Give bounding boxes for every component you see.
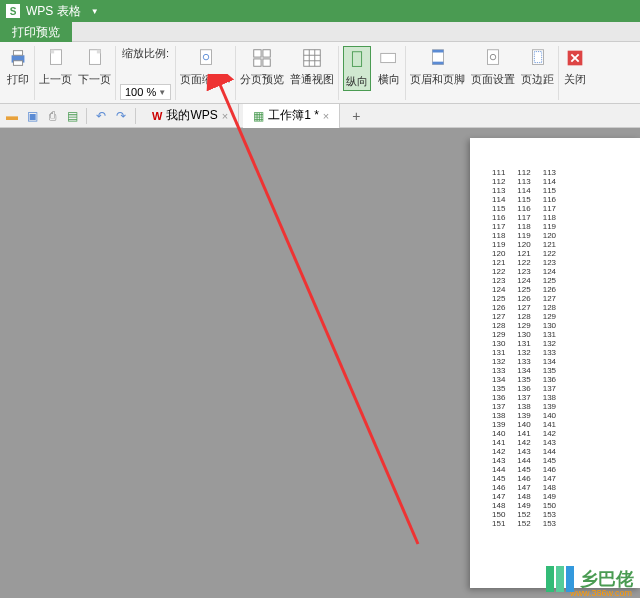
close-preview-button[interactable]: 关闭 bbox=[563, 46, 587, 87]
doctab-workbook[interactable]: ▦ 工作簿1 * × bbox=[243, 104, 340, 128]
svg-rect-17 bbox=[381, 53, 396, 62]
open-icon[interactable]: ▬ bbox=[4, 108, 20, 124]
page-zoom-icon bbox=[194, 46, 218, 70]
close-tab-icon[interactable]: × bbox=[222, 110, 228, 122]
portrait-button[interactable]: 纵向 bbox=[343, 46, 371, 91]
sheet-icon: ▦ bbox=[253, 109, 264, 123]
app-logo-icon: S bbox=[6, 4, 20, 18]
close-icon bbox=[563, 46, 587, 70]
zoom-label: 缩放比例: bbox=[122, 46, 169, 61]
page-zoom-button[interactable]: 页面缩放 ▾ bbox=[180, 46, 231, 87]
ribbon-tabbar: 打印预览 bbox=[0, 22, 640, 42]
prev-page-button[interactable]: 上一页 bbox=[39, 46, 72, 87]
svg-rect-10 bbox=[263, 59, 270, 66]
quick-access-bar: ▬ ▣ ⎙ ▤ ↶ ↷ W 我的WPS × ▦ 工作簿1 * × + bbox=[0, 104, 640, 128]
wps-logo-icon: W bbox=[152, 110, 162, 122]
margins-button[interactable]: 页边距 bbox=[521, 46, 554, 87]
redo-icon[interactable]: ↷ bbox=[113, 108, 129, 124]
page-setup-icon bbox=[481, 46, 505, 70]
separator bbox=[86, 108, 87, 124]
preview-workspace: 1111121131121131141131141151141151161151… bbox=[0, 128, 640, 598]
svg-rect-1 bbox=[13, 51, 22, 56]
svg-rect-16 bbox=[353, 52, 362, 67]
svg-rect-11 bbox=[304, 50, 321, 67]
close-tab-icon[interactable]: × bbox=[323, 110, 329, 122]
save-icon[interactable]: ▣ bbox=[24, 108, 40, 124]
ribbon: 打印 上一页 下一页 缩放比例: 100 %▼ 页面缩放 ▾ 分页预览 bbox=[0, 42, 640, 104]
svg-rect-5 bbox=[200, 50, 211, 65]
print-button[interactable]: 打印 bbox=[6, 46, 30, 87]
chevron-down-icon[interactable]: ▼ bbox=[91, 7, 99, 16]
margins-icon bbox=[526, 46, 550, 70]
svg-rect-19 bbox=[432, 50, 443, 53]
normal-view-button[interactable]: 普通视图 bbox=[290, 46, 334, 87]
page-setup-button[interactable]: 页面设置 bbox=[471, 46, 515, 87]
separator bbox=[135, 108, 136, 124]
svg-rect-9 bbox=[254, 59, 261, 66]
svg-rect-21 bbox=[488, 50, 499, 65]
zoom-value[interactable]: 100 %▼ bbox=[120, 84, 171, 100]
tab-print-preview[interactable]: 打印预览 bbox=[0, 22, 72, 42]
title-bar: S WPS 表格 ▼ bbox=[0, 0, 640, 22]
page-break-icon bbox=[250, 46, 274, 70]
landscape-icon bbox=[377, 46, 401, 70]
header-footer-icon bbox=[426, 46, 450, 70]
add-tab-button[interactable]: + bbox=[344, 108, 368, 124]
print-quick-icon[interactable]: ⎙ bbox=[44, 108, 60, 124]
preview-page: 1111121131121131141131141151141151161151… bbox=[470, 138, 640, 588]
next-page-button[interactable]: 下一页 bbox=[78, 46, 111, 87]
page-break-preview-button[interactable]: 分页预览 bbox=[240, 46, 284, 87]
svg-rect-2 bbox=[13, 61, 22, 66]
svg-rect-20 bbox=[432, 62, 443, 65]
svg-rect-7 bbox=[254, 50, 261, 57]
svg-rect-8 bbox=[263, 50, 270, 57]
watermark: 乡巴佬 bbox=[546, 566, 634, 592]
undo-icon[interactable]: ↶ bbox=[93, 108, 109, 124]
chevron-down-icon: ▼ bbox=[158, 88, 166, 97]
page-prev-icon bbox=[44, 46, 68, 70]
landscape-button[interactable]: 横向 bbox=[377, 46, 401, 91]
watermark-logo-icon bbox=[546, 566, 576, 592]
portrait-icon bbox=[345, 48, 369, 72]
header-footer-button[interactable]: 页眉和页脚 bbox=[410, 46, 465, 87]
preview-data-table: 1111121131121131141131141151141151161151… bbox=[486, 168, 574, 528]
doctab-mywps[interactable]: W 我的WPS × bbox=[142, 104, 239, 128]
preview-icon[interactable]: ▤ bbox=[64, 108, 80, 124]
app-title: WPS 表格 bbox=[26, 3, 81, 20]
grid-icon bbox=[300, 46, 324, 70]
page-next-icon bbox=[83, 46, 107, 70]
printer-icon bbox=[6, 46, 30, 70]
